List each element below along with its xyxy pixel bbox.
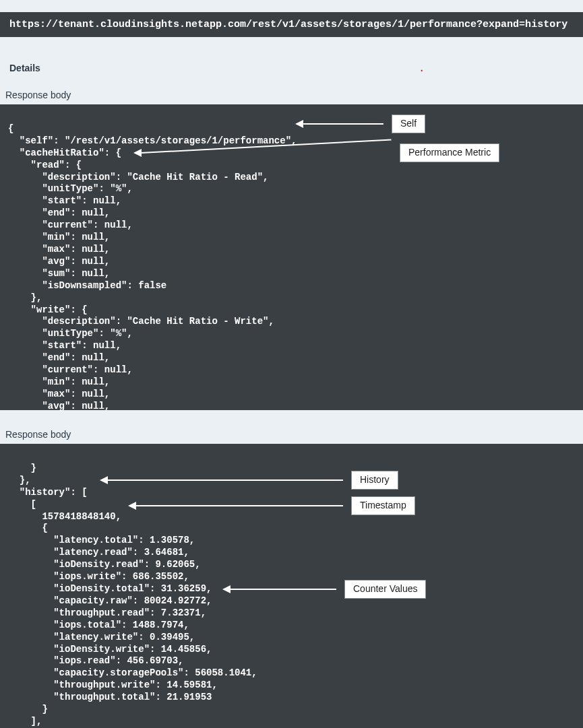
annotation-self: Self xyxy=(295,114,425,133)
response-body-top-code: { "self": "/rest/v1/assets/storages/1/pe… xyxy=(8,123,297,410)
annotation-history: History xyxy=(100,471,398,490)
response-body-top: { "self": "/rest/v1/assets/storages/1/pe… xyxy=(0,104,583,410)
response-body-bottom: } }, "history": [ [ 1578418848140, { "la… xyxy=(0,444,583,728)
request-url-bar: https://tenant.cloudinsights.netapp.com/… xyxy=(0,12,583,37)
annotation-performance-metric-label: Performance Metric xyxy=(400,143,499,162)
annotation-counter-values-label: Counter Values xyxy=(344,580,426,599)
annotation-timestamp-label: Timestamp xyxy=(351,496,415,515)
details-heading: Details . xyxy=(0,59,583,83)
annotation-counter-values: Counter Values xyxy=(222,580,426,599)
annotation-timestamp: Timestamp xyxy=(128,496,415,515)
annotation-self-label: Self xyxy=(392,114,425,133)
response-body-heading-bottom: Response body xyxy=(0,422,583,444)
response-body-heading-top: Response body xyxy=(0,83,583,104)
annotation-performance-metric: Performance Metric xyxy=(133,143,499,162)
annotation-history-label: History xyxy=(351,471,398,490)
